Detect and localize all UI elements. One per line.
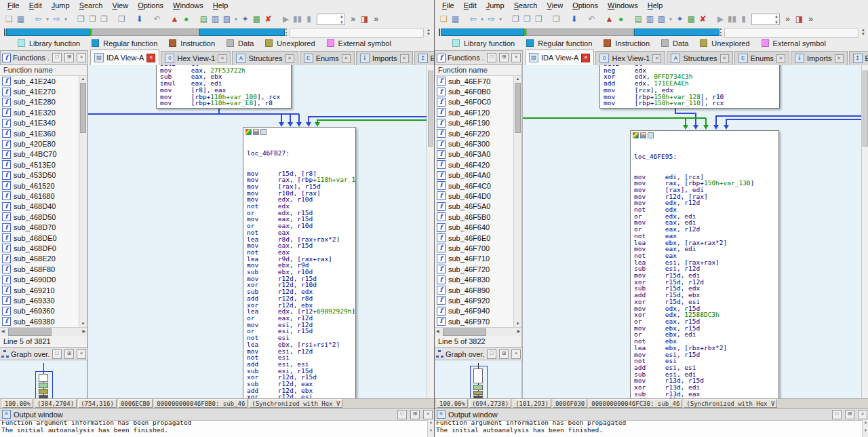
navband-data-segment[interactable] — [92, 28, 199, 36]
menu-search[interactable]: Search — [509, 1, 542, 10]
menu-windows[interactable]: Windows — [168, 1, 208, 10]
toolbar-overflow-2-icon[interactable]: » — [805, 14, 816, 25]
navband-data-segment[interactable] — [526, 28, 634, 36]
function-list-item[interactable]: fsub_41E360 — [0, 128, 87, 138]
code-line[interactable]: mov [rbp+150h+var_110], rcx — [604, 100, 779, 107]
tab-close-icon[interactable]: ✕ — [652, 54, 661, 63]
function-list-item[interactable]: fsub_46F5A0 — [435, 202, 521, 212]
basic-block-top[interactable]: setz dlmov eax, 27F53722hsub eax, ebximu… — [156, 65, 292, 109]
tab-enums[interactable]: EEnums✕ — [734, 51, 789, 65]
output-vscrollbar[interactable]: ▲▼ — [862, 420, 868, 437]
debugger-pause-icon[interactable]: ▮▮ — [292, 14, 303, 25]
open-flow-chart-icon[interactable]: ▥ — [644, 14, 656, 25]
function-list-header[interactable]: Function name — [435, 65, 521, 76]
function-list-item[interactable]: fsub_46F4A0 — [435, 170, 521, 180]
menu-options[interactable]: Options — [568, 1, 603, 10]
functions-panel-title[interactable]: f Functions ... □ ⊞ × — [435, 50, 523, 65]
tab-enums[interactable]: EEnums✕ — [300, 51, 355, 65]
snapshot-icon[interactable]: ▩ — [251, 14, 262, 25]
panel-float-button[interactable]: ⊞ — [499, 349, 509, 359]
scroll-thumb[interactable] — [443, 328, 486, 336]
menu-jump[interactable]: Jump — [481, 1, 509, 10]
spin-up-arrow[interactable]: ▲ — [774, 14, 778, 18]
tab-hex-view-1[interactable]: 0Hex View-1✕ — [595, 51, 665, 65]
cancel-analysis-icon[interactable]: ✘ — [262, 14, 274, 25]
spin-down-arrow[interactable]: ▼ — [340, 20, 344, 24]
function-list-item[interactable]: fsub_46F190 — [435, 118, 521, 128]
debugger-stop-icon[interactable]: ▮ — [738, 14, 749, 25]
panel-restore-button[interactable]: □ — [397, 410, 407, 419]
open-function-chart-icon[interactable]: ▧ — [656, 14, 667, 25]
function-list-item[interactable]: fsub_46F220 — [435, 128, 521, 138]
scroll-left-arrow[interactable]: ◀ — [436, 328, 439, 335]
function-list-item[interactable]: fsub_468DE0 — [0, 233, 87, 243]
debugger-run-icon[interactable]: ▶ — [280, 14, 292, 25]
zoom-spinbox[interactable]: ▲▼ — [751, 14, 780, 25]
function-list-vscrollbar[interactable]: ▲ ▼ — [79, 76, 87, 327]
function-list-item[interactable]: fsub_46F640 — [435, 222, 521, 232]
paste-icon[interactable]: ❒ — [116, 14, 127, 25]
function-list-item[interactable]: fsub_469380 — [0, 316, 87, 326]
functions-panel-title[interactable]: f Functions ... □ ⊞ × — [0, 50, 88, 65]
graph-view[interactable]: setz dlmov eax, 27F53722hsub eax, ebximu… — [88, 65, 434, 398]
menu-view[interactable]: View — [108, 1, 134, 10]
panel-float-button[interactable]: ⊞ — [64, 349, 74, 359]
function-list-item[interactable]: fsub_46F710 — [435, 254, 521, 264]
open-calls-window-icon[interactable]: ▤ — [198, 14, 210, 25]
function-list-item[interactable]: fsub_46F300 — [435, 138, 521, 149]
menu-file[interactable]: File — [3, 1, 24, 10]
tab-structures[interactable]: AStructures✕ — [667, 51, 732, 65]
basic-block-top[interactable]: setz dlneg edxxor edx, 0FFD734C3hadd edx… — [599, 65, 780, 109]
graph-overview-canvas[interactable] — [0, 360, 87, 398]
panel-close-button[interactable]: × — [511, 349, 521, 359]
function-list-item[interactable]: fsub_46F0B0 — [435, 86, 521, 96]
spin-up-arrow[interactable]: ▲ — [340, 14, 344, 18]
navigate-forward-menu-icon[interactable]: ▾ — [62, 14, 69, 25]
save-file-icon[interactable]: ▦ — [450, 14, 461, 25]
jump-to-address-icon[interactable]: ⬇ — [134, 14, 145, 25]
output-vscrollbar[interactable]: ▲▼ — [427, 420, 434, 437]
graph-vscrollbar[interactable] — [861, 65, 868, 398]
navband-spinner[interactable]: ▲▼ — [859, 28, 867, 37]
copy-struct-icon[interactable]: ❐ — [98, 14, 110, 25]
menu-options[interactable]: Options — [133, 1, 168, 10]
function-list-item[interactable]: fsub_468D50 — [0, 212, 87, 222]
debugger-pause-icon[interactable]: ▮▮ — [726, 14, 738, 25]
navigate-forward-menu-icon[interactable]: ▾ — [497, 14, 504, 25]
navigate-back-menu-icon[interactable]: ▾ — [479, 14, 486, 25]
navigate-back-icon[interactable]: ⇦ — [467, 14, 479, 25]
function-list-item[interactable]: fsub_41E240 — [0, 76, 87, 86]
paste-icon[interactable]: ❒ — [551, 14, 562, 25]
menu-search[interactable]: Search — [75, 1, 108, 10]
code-line[interactable]: xor r12d, esi — [247, 394, 355, 398]
tab-exports[interactable]: ↥Exports✕ — [414, 51, 434, 65]
scroll-thumb[interactable] — [863, 71, 868, 147]
panel-close-button[interactable]: × — [858, 410, 867, 419]
tab-close-icon[interactable]: ✕ — [581, 54, 590, 62]
panel-close-button[interactable]: × — [423, 410, 433, 419]
menu-edit[interactable]: Edit — [24, 1, 47, 10]
navband-regular-segment[interactable] — [441, 28, 524, 36]
function-list-item[interactable]: fsub_41E340 — [0, 118, 87, 128]
scroll-up-arrow[interactable]: ▲ — [79, 76, 87, 82]
basic-block-main[interactable]: loc_46FE95: mov edi, [rcx]mov rax, [rbp+… — [630, 130, 779, 398]
function-list-item[interactable]: fsub_46F970 — [435, 316, 521, 326]
menu-help[interactable]: Help — [643, 1, 668, 10]
debugger-run-icon[interactable]: ▶ — [715, 14, 726, 25]
undo-icon[interactable]: ↶ — [586, 14, 597, 25]
chart-menu-icon[interactable]: ▾ — [233, 14, 239, 25]
function-list-item[interactable]: fsub_4513E0 — [0, 159, 87, 170]
open-function-chart-icon[interactable]: ▧ — [221, 14, 233, 25]
open-file-icon[interactable]: ❏ — [438, 14, 450, 25]
function-list-item[interactable]: fsub_469360 — [0, 306, 87, 316]
code-line[interactable]: mov [rbp+110h+var_E8], r8 — [160, 100, 291, 107]
navigation-band[interactable]: ▲▼ — [435, 27, 868, 38]
function-list-item[interactable]: fsub_44BC70 — [0, 149, 87, 159]
navigate-forward-icon[interactable]: ⇨ — [486, 14, 497, 25]
scroll-right-arrow[interactable]: ▶ — [517, 328, 520, 335]
plugin-action-icon[interactable]: ✦ — [674, 14, 686, 25]
panel-float-button[interactable]: ⊞ — [845, 410, 854, 419]
function-list-item[interactable]: fsub_46F940 — [435, 306, 521, 316]
navband-regular-segment-2[interactable] — [199, 28, 285, 36]
navigation-band[interactable]: ▲▼ — [0, 27, 434, 38]
